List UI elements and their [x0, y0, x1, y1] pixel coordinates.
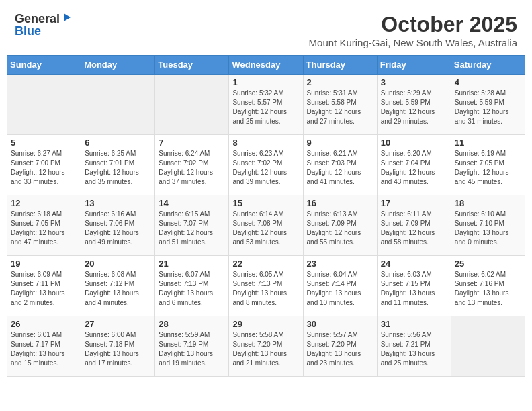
- day-number: 6: [85, 138, 151, 148]
- calendar-cell: 20Sunrise: 6:08 AMSunset: 7:12 PMDayligh…: [81, 256, 155, 316]
- day-number: 26: [11, 319, 77, 329]
- calendar-week-row: 1Sunrise: 5:32 AMSunset: 5:57 PMDaylight…: [7, 75, 525, 135]
- day-header-tuesday: Tuesday: [155, 56, 229, 75]
- calendar-cell: 12Sunrise: 6:18 AMSunset: 7:05 PMDayligh…: [7, 195, 81, 256]
- logo-blue-text: Blue: [15, 25, 72, 37]
- calendar-cell: [81, 75, 155, 135]
- day-info: Sunrise: 6:27 AMSunset: 7:00 PMDaylight:…: [11, 149, 77, 187]
- calendar-cell: 8Sunrise: 6:23 AMSunset: 7:02 PMDaylight…: [229, 135, 303, 195]
- day-info: Sunrise: 6:00 AMSunset: 7:18 PMDaylight:…: [85, 330, 151, 368]
- calendar-cell: 14Sunrise: 6:15 AMSunset: 7:07 PMDayligh…: [155, 195, 229, 256]
- calendar-cell: 27Sunrise: 6:00 AMSunset: 7:18 PMDayligh…: [81, 316, 155, 377]
- day-number: 8: [232, 138, 299, 148]
- calendar-cell: 5Sunrise: 6:27 AMSunset: 7:00 PMDaylight…: [7, 135, 81, 195]
- day-number: 23: [307, 259, 373, 269]
- day-number: 17: [381, 198, 447, 208]
- calendar-cell: [155, 75, 229, 135]
- day-info: Sunrise: 6:13 AMSunset: 7:09 PMDaylight:…: [307, 210, 373, 247]
- day-info: Sunrise: 6:01 AMSunset: 7:17 PMDaylight:…: [11, 330, 77, 368]
- calendar-cell: 9Sunrise: 6:21 AMSunset: 7:03 PMDaylight…: [303, 135, 377, 195]
- calendar-cell: 6Sunrise: 6:25 AMSunset: 7:01 PMDaylight…: [81, 135, 155, 195]
- day-number: 13: [85, 198, 151, 208]
- calendar-body: 1Sunrise: 5:32 AMSunset: 5:57 PMDaylight…: [7, 75, 525, 377]
- calendar-cell: [451, 316, 525, 377]
- day-info: Sunrise: 6:18 AMSunset: 7:05 PMDaylight:…: [11, 210, 77, 247]
- calendar-cell: 11Sunrise: 6:19 AMSunset: 7:05 PMDayligh…: [451, 135, 525, 195]
- calendar-cell: 18Sunrise: 6:10 AMSunset: 7:10 PMDayligh…: [451, 195, 525, 256]
- day-number: 21: [159, 259, 225, 269]
- calendar-table: SundayMondayTuesdayWednesdayThursdayFrid…: [7, 55, 525, 377]
- day-info: Sunrise: 6:10 AMSunset: 7:10 PMDaylight:…: [455, 210, 521, 247]
- calendar-week-row: 26Sunrise: 6:01 AMSunset: 7:17 PMDayligh…: [7, 316, 525, 377]
- calendar-cell: 29Sunrise: 5:58 AMSunset: 7:20 PMDayligh…: [229, 316, 303, 377]
- logo-arrow-icon: [61, 12, 72, 23]
- day-info: Sunrise: 5:56 AMSunset: 7:21 PMDaylight:…: [381, 330, 447, 368]
- day-number: 28: [159, 319, 225, 329]
- day-number: 24: [381, 259, 447, 269]
- calendar-cell: 17Sunrise: 6:11 AMSunset: 7:09 PMDayligh…: [377, 195, 451, 256]
- calendar-cell: 31Sunrise: 5:56 AMSunset: 7:21 PMDayligh…: [377, 316, 451, 377]
- day-header-monday: Monday: [81, 56, 155, 75]
- day-info: Sunrise: 6:03 AMSunset: 7:15 PMDaylight:…: [381, 270, 447, 308]
- calendar-cell: 7Sunrise: 6:24 AMSunset: 7:02 PMDaylight…: [155, 135, 229, 195]
- day-header-saturday: Saturday: [451, 56, 525, 75]
- day-info: Sunrise: 6:09 AMSunset: 7:11 PMDaylight:…: [11, 270, 77, 308]
- day-header-thursday: Thursday: [303, 56, 377, 75]
- day-info: Sunrise: 5:58 AMSunset: 7:20 PMDaylight:…: [232, 330, 299, 368]
- day-info: Sunrise: 6:24 AMSunset: 7:02 PMDaylight:…: [159, 149, 225, 187]
- calendar-cell: 30Sunrise: 5:57 AMSunset: 7:20 PMDayligh…: [303, 316, 377, 377]
- day-number: 2: [307, 77, 373, 87]
- day-header-friday: Friday: [377, 56, 451, 75]
- day-number: 30: [307, 319, 373, 329]
- day-info: Sunrise: 6:11 AMSunset: 7:09 PMDaylight:…: [381, 210, 447, 247]
- day-info: Sunrise: 6:08 AMSunset: 7:12 PMDaylight:…: [85, 270, 151, 308]
- svg-marker-0: [64, 13, 71, 21]
- calendar-cell: 1Sunrise: 5:32 AMSunset: 5:57 PMDaylight…: [229, 75, 303, 135]
- day-info: Sunrise: 6:21 AMSunset: 7:03 PMDaylight:…: [307, 149, 373, 187]
- calendar-cell: 16Sunrise: 6:13 AMSunset: 7:09 PMDayligh…: [303, 195, 377, 256]
- calendar-cell: 4Sunrise: 5:28 AMSunset: 5:59 PMDaylight…: [451, 75, 525, 135]
- day-number: 31: [381, 319, 447, 329]
- day-number: 16: [307, 198, 373, 208]
- day-number: 15: [232, 198, 299, 208]
- day-header-sunday: Sunday: [7, 56, 81, 75]
- calendar-cell: 13Sunrise: 6:16 AMSunset: 7:06 PMDayligh…: [81, 195, 155, 256]
- calendar-week-row: 12Sunrise: 6:18 AMSunset: 7:05 PMDayligh…: [7, 195, 525, 256]
- calendar-cell: [7, 75, 81, 135]
- day-info: Sunrise: 6:20 AMSunset: 7:04 PMDaylight:…: [381, 149, 447, 187]
- day-number: 29: [232, 319, 299, 329]
- calendar-cell: 15Sunrise: 6:14 AMSunset: 7:08 PMDayligh…: [229, 195, 303, 256]
- day-number: 10: [381, 138, 447, 148]
- day-info: Sunrise: 6:05 AMSunset: 7:13 PMDaylight:…: [232, 270, 299, 308]
- day-number: 5: [11, 138, 77, 148]
- day-info: Sunrise: 6:23 AMSunset: 7:02 PMDaylight:…: [232, 149, 299, 187]
- day-number: 22: [232, 259, 299, 269]
- calendar-cell: 23Sunrise: 6:04 AMSunset: 7:14 PMDayligh…: [303, 256, 377, 316]
- calendar-cell: 3Sunrise: 5:29 AMSunset: 5:59 PMDaylight…: [377, 75, 451, 135]
- location-title: Mount Kuring-Gai, New South Wales, Austr…: [309, 37, 517, 48]
- day-number: 9: [307, 138, 373, 148]
- logo: General Blue: [15, 12, 72, 37]
- day-info: Sunrise: 6:07 AMSunset: 7:13 PMDaylight:…: [159, 270, 225, 308]
- logo-general-text: General: [15, 13, 60, 25]
- day-info: Sunrise: 5:28 AMSunset: 5:59 PMDaylight:…: [455, 89, 521, 126]
- day-info: Sunrise: 5:57 AMSunset: 7:20 PMDaylight:…: [307, 330, 373, 368]
- page-header: General Blue October 2025 Mount Kuring-G…: [7, 7, 525, 51]
- day-info: Sunrise: 6:14 AMSunset: 7:08 PMDaylight:…: [232, 210, 299, 247]
- day-header-wednesday: Wednesday: [229, 56, 303, 75]
- day-number: 1: [232, 77, 299, 87]
- calendar-cell: 19Sunrise: 6:09 AMSunset: 7:11 PMDayligh…: [7, 256, 81, 316]
- day-number: 19: [11, 259, 77, 269]
- calendar-cell: 25Sunrise: 6:02 AMSunset: 7:16 PMDayligh…: [451, 256, 525, 316]
- day-number: 27: [85, 319, 151, 329]
- day-info: Sunrise: 6:15 AMSunset: 7:07 PMDaylight:…: [159, 210, 225, 247]
- day-info: Sunrise: 5:31 AMSunset: 5:58 PMDaylight:…: [307, 89, 373, 126]
- day-number: 20: [85, 259, 151, 269]
- day-info: Sunrise: 6:02 AMSunset: 7:16 PMDaylight:…: [455, 270, 521, 308]
- day-info: Sunrise: 5:59 AMSunset: 7:19 PMDaylight:…: [159, 330, 225, 368]
- day-number: 11: [455, 138, 521, 148]
- day-info: Sunrise: 6:04 AMSunset: 7:14 PMDaylight:…: [307, 270, 373, 308]
- calendar-cell: 22Sunrise: 6:05 AMSunset: 7:13 PMDayligh…: [229, 256, 303, 316]
- calendar-cell: 26Sunrise: 6:01 AMSunset: 7:17 PMDayligh…: [7, 316, 81, 377]
- calendar-cell: 21Sunrise: 6:07 AMSunset: 7:13 PMDayligh…: [155, 256, 229, 316]
